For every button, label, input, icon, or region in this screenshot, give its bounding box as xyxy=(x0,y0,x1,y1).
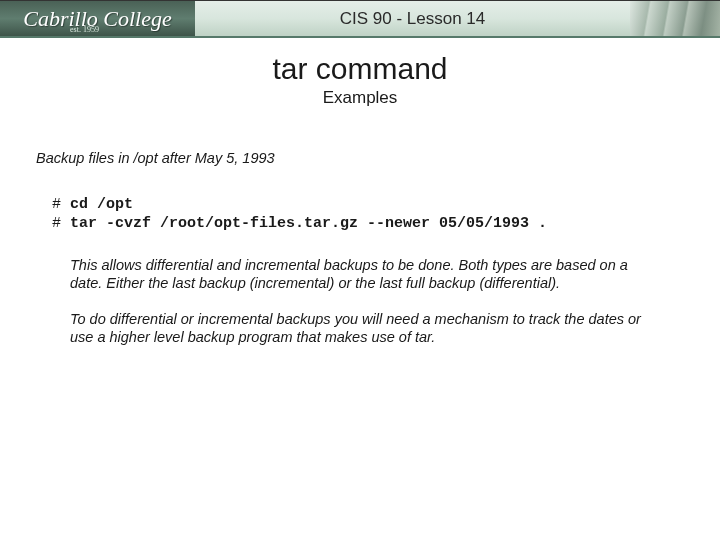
page-title: tar command xyxy=(0,52,720,86)
command-block: # cd /opt # tar -cvzf /root/opt-files.ta… xyxy=(52,196,684,234)
header-photo xyxy=(630,1,720,36)
command-line-2: # tar -cvzf /root/opt-files.tar.gz --new… xyxy=(52,215,684,234)
command-text: tar -cvzf /root/opt-files.tar.gz --newer… xyxy=(70,215,547,232)
logo-est: est. 1959 xyxy=(70,25,99,34)
prompt: # xyxy=(52,196,61,213)
paragraph-2: To do differential or incremental backup… xyxy=(70,310,654,346)
slide-header: Cabrillo College est. 1959 CIS 90 - Less… xyxy=(0,0,720,38)
page-subtitle: Examples xyxy=(0,88,720,108)
college-logo: Cabrillo College est. 1959 xyxy=(0,1,195,36)
command-line-1: # cd /opt xyxy=(52,196,684,215)
explanation-block: This allows differential and incremental… xyxy=(70,256,654,347)
command-text: cd /opt xyxy=(70,196,133,213)
description-text: Backup files in /opt after May 5, 1993 xyxy=(36,150,684,166)
prompt: # xyxy=(52,215,61,232)
paragraph-1: This allows differential and incremental… xyxy=(70,256,654,292)
content-area: Backup files in /opt after May 5, 1993 #… xyxy=(0,150,720,346)
